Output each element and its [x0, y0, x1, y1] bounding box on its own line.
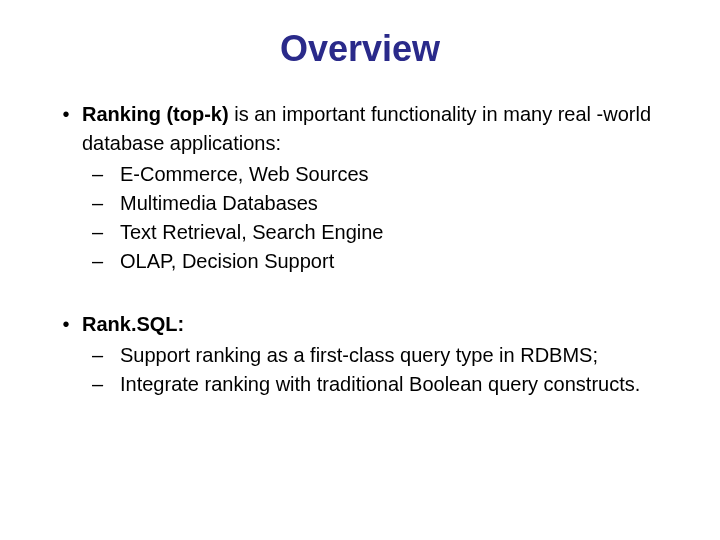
bold-text: Rank.SQL:: [82, 313, 184, 335]
dash-marker: –: [92, 218, 120, 247]
dash-marker: –: [92, 160, 120, 189]
subbullet-text: Integrate ranking with traditional Boole…: [120, 370, 670, 399]
subbullet-text: Text Retrieval, Search Engine: [120, 218, 670, 247]
dash-marker: –: [92, 189, 120, 218]
subbullet-multimedia: – Multimedia Databases: [92, 189, 670, 218]
bullet-text: Rank.SQL:: [82, 310, 670, 339]
subbullet-support-ranking: – Support ranking as a first-class query…: [92, 341, 670, 370]
spacer: [50, 276, 670, 310]
subbullet-olap: – OLAP, Decision Support: [92, 247, 670, 276]
dash-marker: –: [92, 247, 120, 276]
subbullet-text: E-Commerce, Web Sources: [120, 160, 670, 189]
subbullet-ecommerce: – E-Commerce, Web Sources: [92, 160, 670, 189]
slide-title: Overview: [50, 28, 670, 70]
bullet-ranking: • Ranking (top-k) is an important functi…: [50, 100, 670, 158]
bullet-ranksql: • Rank.SQL:: [50, 310, 670, 339]
dash-marker: –: [92, 341, 120, 370]
subbullet-integrate: – Integrate ranking with traditional Boo…: [92, 370, 670, 399]
bullet-marker: •: [50, 100, 82, 158]
dash-marker: –: [92, 370, 120, 399]
slide-content: • Ranking (top-k) is an important functi…: [50, 100, 670, 399]
bullet-marker: •: [50, 310, 82, 339]
subbullet-text-retrieval: – Text Retrieval, Search Engine: [92, 218, 670, 247]
slide: Overview • Ranking (top-k) is an importa…: [0, 0, 720, 540]
bold-text: Ranking (top-k): [82, 103, 229, 125]
bullet-text: Ranking (top-k) is an important function…: [82, 100, 670, 158]
subbullet-text: Support ranking as a first-class query t…: [120, 341, 670, 370]
subbullet-text: OLAP, Decision Support: [120, 247, 670, 276]
subbullet-text: Multimedia Databases: [120, 189, 670, 218]
